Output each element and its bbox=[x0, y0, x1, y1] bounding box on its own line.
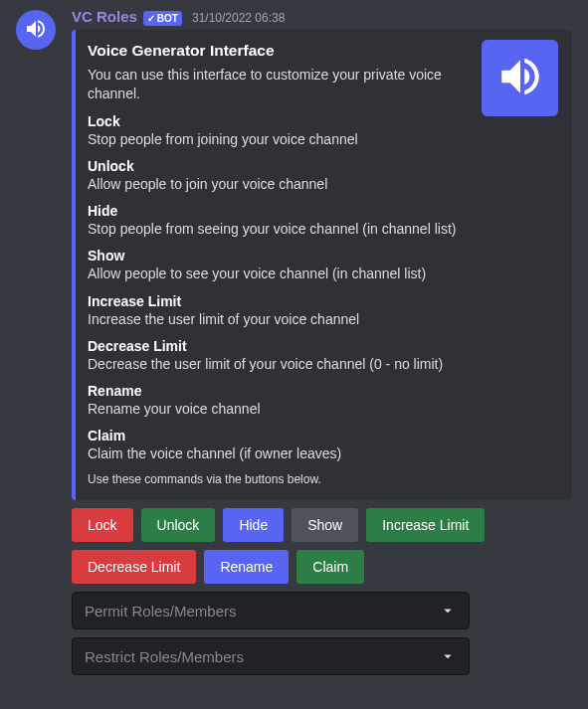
embed-footer: Use these commands via the buttons below… bbox=[88, 472, 556, 486]
message-content: VC Roles ✓ BOT 31/10/2022 06:38 Voice Ge… bbox=[72, 8, 572, 675]
field-value: Allow people to see your voice channel (… bbox=[88, 265, 556, 282]
verified-check-icon: ✓ bbox=[147, 12, 155, 25]
message: VC Roles ✓ BOT 31/10/2022 06:38 Voice Ge… bbox=[0, 0, 588, 675]
field-name: Show bbox=[88, 248, 556, 264]
bot-tag: ✓ BOT bbox=[143, 11, 182, 26]
field-name: Hide bbox=[88, 203, 556, 219]
embed-fields: LockStop people from joining your voice … bbox=[88, 113, 556, 463]
permit-select[interactable]: Permit Roles/Members bbox=[72, 592, 470, 629]
field-value: Claim the voice channel (if owner leaves… bbox=[88, 444, 556, 462]
field-value: Stop people from joining your voice chan… bbox=[88, 130, 556, 148]
avatar[interactable] bbox=[16, 10, 56, 50]
select-row: Restrict Roles/Members bbox=[72, 637, 572, 675]
message-header: VC Roles ✓ BOT 31/10/2022 06:38 bbox=[72, 8, 572, 26]
select-placeholder: Permit Roles/Members bbox=[85, 603, 237, 620]
speaker-icon bbox=[495, 52, 545, 104]
field-value: Decrease the user limit of your voice ch… bbox=[88, 355, 556, 373]
bot-label: BOT bbox=[157, 12, 178, 25]
field-value: Stop people from seeing your voice chann… bbox=[88, 220, 556, 238]
embed-field: Increase LimitIncrease the user limit of… bbox=[88, 293, 556, 328]
select-placeholder: Restrict Roles/Members bbox=[85, 648, 244, 665]
show-button[interactable]: Show bbox=[292, 508, 358, 542]
timestamp: 31/10/2022 06:38 bbox=[192, 11, 285, 25]
embed-thumbnail bbox=[482, 40, 558, 116]
field-name: Increase Limit bbox=[88, 293, 556, 309]
field-value: Rename your voice channel bbox=[88, 400, 556, 418]
field-name: Decrease Limit bbox=[88, 338, 556, 354]
embed-field: Decrease LimitDecrease the user limit of… bbox=[88, 338, 556, 373]
rename-button[interactable]: Rename bbox=[204, 550, 289, 584]
embed-field: LockStop people from joining your voice … bbox=[88, 113, 556, 148]
embed-description: You can use this interface to customize … bbox=[88, 66, 456, 103]
username[interactable]: VC Roles bbox=[72, 8, 137, 25]
select-row: Permit Roles/Members bbox=[72, 592, 572, 629]
claim-button[interactable]: Claim bbox=[296, 550, 364, 584]
embed-field: ShowAllow people to see your voice chann… bbox=[88, 248, 556, 282]
increase-limit-button[interactable]: Increase Limit bbox=[366, 508, 485, 542]
selects-container: Permit Roles/MembersRestrict Roles/Membe… bbox=[72, 592, 572, 675]
chevron-down-icon bbox=[439, 602, 457, 620]
restrict-select[interactable]: Restrict Roles/Members bbox=[72, 637, 470, 675]
field-name: Claim bbox=[88, 428, 556, 443]
button-row-1: LockUnlockHideShowIncrease Limit bbox=[72, 508, 572, 542]
hide-button[interactable]: Hide bbox=[223, 508, 284, 542]
embed-field: ClaimClaim the voice channel (if owner l… bbox=[88, 428, 556, 462]
button-row-2: Decrease LimitRenameClaim bbox=[72, 550, 572, 584]
embed: Voice Generator Interface You can use th… bbox=[72, 30, 572, 500]
field-value: Allow people to join your voice channel bbox=[88, 175, 556, 193]
embed-field: RenameRename your voice channel bbox=[88, 383, 556, 418]
decrease-limit-button[interactable]: Decrease Limit bbox=[72, 550, 196, 584]
chevron-down-icon bbox=[439, 647, 457, 665]
speaker-icon bbox=[24, 17, 48, 44]
unlock-button[interactable]: Unlock bbox=[141, 508, 216, 542]
field-value: Increase the user limit of your voice ch… bbox=[88, 310, 556, 328]
lock-button[interactable]: Lock bbox=[72, 508, 133, 542]
field-name: Rename bbox=[88, 383, 556, 399]
embed-field: HideStop people from seeing your voice c… bbox=[88, 203, 556, 238]
embed-field: UnlockAllow people to join your voice ch… bbox=[88, 158, 556, 193]
field-name: Unlock bbox=[88, 158, 556, 174]
